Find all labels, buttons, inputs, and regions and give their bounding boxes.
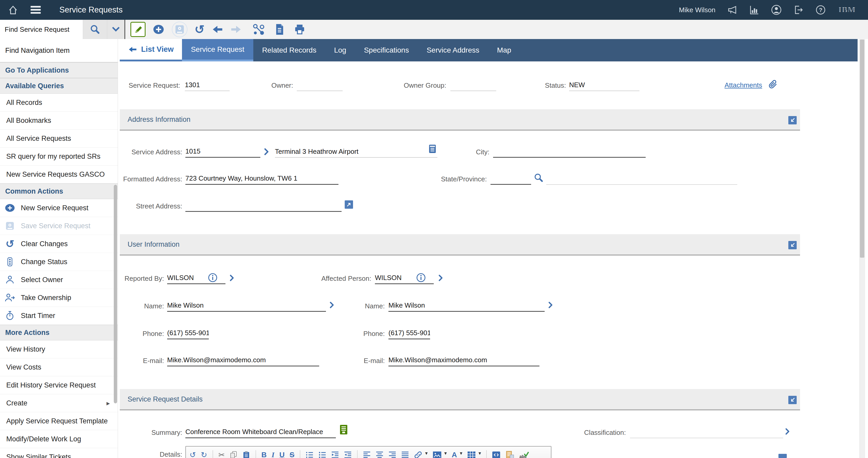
more-modify-delete-work-log[interactable]: Modify/Delete Work Log	[0, 430, 118, 448]
rt-align-left-icon[interactable]	[363, 450, 371, 458]
rt-italic-icon[interactable]: I	[272, 450, 274, 458]
sidebar-item-all-service-requests[interactable]: All Service Requests	[0, 130, 118, 148]
search-icon[interactable]	[83, 20, 107, 39]
service-address-field[interactable]: 1015	[185, 146, 260, 158]
reported-by-email-field[interactable]: Mike.Wilson@maximodemo.com	[167, 354, 319, 366]
attachments-link[interactable]: Attachments	[724, 81, 762, 89]
chevron-right-icon[interactable]	[229, 274, 235, 283]
more-show-similar-tickets[interactable]: Show Similar Tickets	[0, 448, 118, 458]
chevron-right-icon[interactable]	[548, 301, 554, 310]
tab-log[interactable]: Log	[325, 39, 355, 61]
reported-by-phone-field[interactable]: (617) 555-9017	[167, 327, 209, 339]
rt-underline-icon[interactable]: U	[279, 450, 285, 458]
action-take-ownership[interactable]: Take Ownership	[0, 289, 118, 307]
collapse-section-icon-partial[interactable]	[778, 454, 787, 458]
paperclip-icon[interactable]	[768, 79, 778, 92]
rt-align-justify-icon[interactable]	[401, 450, 409, 458]
announcements-icon[interactable]	[727, 5, 737, 15]
rt-redo-icon[interactable]: ↻	[201, 450, 207, 458]
rt-indent-icon[interactable]	[331, 450, 339, 458]
sidebar-item-all-records[interactable]: All Records	[0, 94, 118, 112]
info-icon[interactable]	[416, 273, 426, 284]
affected-person-phone-field[interactable]: (617) 555-9017	[389, 327, 430, 339]
more-edit-history-service-request[interactable]: Edit History Service Request	[0, 376, 118, 394]
report-icon[interactable]	[274, 24, 285, 35]
magnifier-lookup-icon[interactable]	[534, 173, 544, 184]
rt-bullet-list-icon[interactable]	[318, 450, 326, 458]
state-province-field[interactable]	[491, 173, 531, 185]
rich-text-editor-icon[interactable]	[340, 425, 347, 436]
workflow-route-icon[interactable]	[252, 24, 265, 35]
action-save-service-request[interactable]: Save Service Request	[0, 217, 118, 235]
next-record-button-disabled[interactable]	[230, 24, 242, 35]
previous-record-button[interactable]	[211, 24, 223, 35]
rt-bold-icon[interactable]: B	[261, 450, 267, 458]
formatted-address-field[interactable]: 723 Courtney Way, Hounslow, TW6 1	[185, 173, 338, 185]
home-icon[interactable]	[7, 5, 19, 15]
action-change-status[interactable]: Change Status	[0, 253, 118, 271]
collapse-section-icon[interactable]	[788, 116, 797, 124]
find-navigation-input[interactable]: Find Navigation Item	[0, 39, 118, 62]
tab-specifications[interactable]: Specifications	[355, 39, 418, 61]
rt-undo-icon[interactable]: ↺	[189, 450, 196, 458]
action-select-owner[interactable]: Select Owner	[0, 271, 118, 289]
rt-align-right-icon[interactable]	[389, 450, 396, 458]
rt-strikethrough-icon[interactable]: S	[289, 450, 294, 458]
reported-by-name-field[interactable]: Mike Wilson	[167, 300, 326, 312]
service-address-description-field[interactable]: Terminal 3 Heathrow Airport	[275, 146, 437, 158]
sidebar-scrollbar-thumb[interactable]	[114, 185, 117, 403]
more-view-costs[interactable]: View Costs	[0, 358, 118, 376]
sidebar-header-go-to-applications[interactable]: Go To Applications	[0, 62, 118, 78]
collapse-section-icon[interactable]	[788, 396, 797, 404]
rt-source-icon[interactable]	[492, 450, 500, 458]
rt-image-icon[interactable]	[433, 450, 441, 458]
chevron-right-icon[interactable]	[785, 428, 791, 436]
save-record-button-disabled[interactable]	[172, 21, 188, 37]
rt-cut-icon[interactable]: ✂	[218, 450, 225, 458]
collapse-section-icon[interactable]	[788, 241, 797, 249]
action-clear-changes[interactable]: ↺ Clear Changes	[0, 235, 118, 253]
sign-out-icon[interactable]	[794, 5, 803, 15]
sidebar-header-available-queries[interactable]: Available Queries	[0, 78, 118, 94]
rt-text-color-icon[interactable]: A	[452, 450, 457, 458]
hamburger-menu-icon[interactable]	[30, 5, 42, 14]
rt-table-caret-icon[interactable]: ▾	[478, 450, 481, 456]
sidebar-item-new-sr-gasco[interactable]: New Service Requests GASCO	[0, 165, 118, 184]
help-icon[interactable]: ?	[815, 5, 826, 15]
rt-image-caret-icon[interactable]: ▾	[444, 450, 447, 456]
expand-field-icon[interactable]	[345, 200, 353, 209]
street-address-field[interactable]	[185, 200, 342, 212]
rt-outdent-icon[interactable]	[344, 450, 352, 458]
city-field[interactable]	[493, 146, 646, 158]
more-apply-service-request-template[interactable]: Apply Service Request Template	[0, 412, 118, 430]
owner-group-field[interactable]	[451, 79, 496, 91]
more-create-submenu[interactable]: Create ▸	[0, 394, 118, 412]
rt-link-caret-icon[interactable]: ▾	[425, 450, 428, 456]
rt-copy-icon[interactable]	[229, 450, 238, 458]
action-new-service-request[interactable]: New Service Request	[0, 199, 118, 217]
owner-field[interactable]	[297, 79, 343, 91]
tab-list-view[interactable]: List View	[120, 39, 182, 61]
tab-service-address[interactable]: Service Address	[418, 39, 488, 61]
rt-spellcheck-icon[interactable]: abc	[519, 450, 529, 458]
service-request-details-section-header[interactable]: Service Request Details	[120, 389, 800, 411]
new-record-button[interactable]	[152, 24, 165, 35]
rt-align-center-icon[interactable]	[376, 450, 383, 458]
chevron-down-icon[interactable]	[107, 20, 124, 39]
rt-text-color-caret-icon[interactable]: ▾	[460, 450, 462, 456]
clear-changes-button[interactable]: ↺	[194, 24, 205, 35]
main-scrollbar-thumb[interactable]	[860, 39, 864, 258]
rt-link-icon[interactable]	[414, 450, 422, 458]
summary-field[interactable]: Conference Room Whiteboard Clean/Replace	[185, 426, 336, 438]
rt-paste-from-word-icon[interactable]	[505, 450, 514, 458]
sidebar-item-sr-query-reported[interactable]: SR query for my reported SRs	[0, 148, 118, 165]
reports-chart-icon[interactable]	[749, 5, 759, 15]
info-icon[interactable]	[208, 273, 218, 284]
rt-table-icon[interactable]	[467, 450, 476, 458]
find-record-input[interactable]: Find Service Request	[0, 20, 83, 39]
detail-menu-icon[interactable]	[429, 145, 436, 154]
rt-paste-icon[interactable]	[242, 450, 250, 458]
address-information-section-header[interactable]: Address Information	[120, 109, 800, 131]
affected-person-email-field[interactable]: Mike.Wilson@maximodemo.com	[389, 354, 539, 366]
service-request-field[interactable]: 1301	[185, 79, 229, 91]
